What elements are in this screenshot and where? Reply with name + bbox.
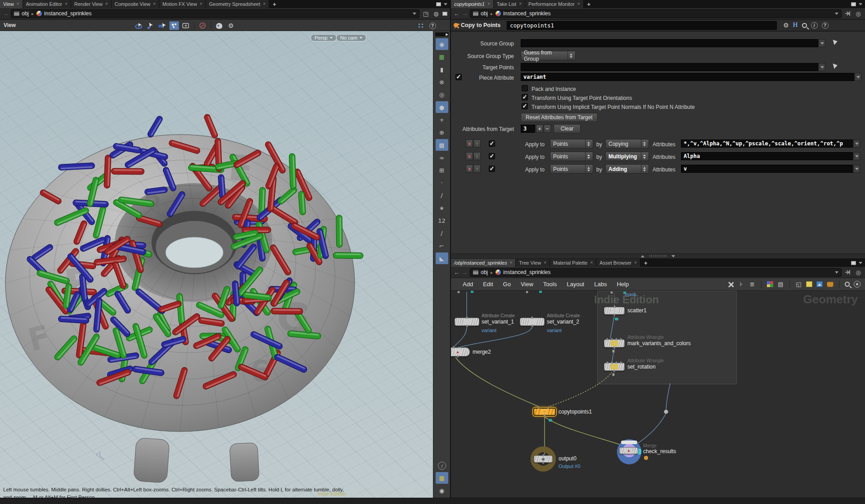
close-icon[interactable]: ×: [590, 261, 593, 265]
clear-button[interactable]: Clear: [554, 124, 581, 133]
node-tile[interactable]: ≈: [604, 363, 625, 371]
row-enable-checkbox[interactable]: ✓: [489, 140, 495, 147]
menu-tools[interactable]: Tools: [543, 281, 557, 288]
by-select[interactable]: Copying: [605, 139, 649, 148]
menu-edit[interactable]: Edit: [483, 281, 493, 288]
node-tile[interactable]: +: [455, 318, 479, 326]
breadcrumb-obj[interactable]: obj: [473, 10, 488, 17]
tab-animation-editor[interactable]: Animation Editor×: [23, 0, 72, 8]
node-tile[interactable]: ▲: [619, 447, 638, 454]
tab-copytopoints1[interactable]: copytopoints1×: [451, 0, 494, 8]
row-enable-checkbox[interactable]: ✓: [489, 153, 495, 159]
node-tile[interactable]: +: [520, 318, 545, 326]
follow-selection-icon[interactable]: ◎: [854, 268, 862, 276]
node-tile[interactable]: ≈: [604, 339, 625, 347]
perspective-selector[interactable]: Persp: [311, 34, 337, 41]
tab-asset-browser[interactable]: Asset Browser×: [596, 259, 640, 267]
target-points-menu[interactable]: [819, 63, 825, 71]
apply-to-select[interactable]: Points: [550, 164, 593, 174]
asset-gallery-icon[interactable]: [827, 282, 833, 287]
horizontal-splitter[interactable]: [451, 253, 865, 259]
delete-row-button[interactable]: x: [466, 152, 473, 160]
close-icon[interactable]: ×: [105, 2, 108, 6]
viewport-tool-icon[interactable]: ▮: [436, 63, 448, 75]
node-tile[interactable]: ◉: [534, 455, 553, 463]
menu-labs[interactable]: Labs: [594, 281, 607, 288]
viewport-tool-icon[interactable]: ◣: [436, 252, 448, 264]
tab-material-palette[interactable]: Material Palette×: [550, 259, 596, 267]
viewport-tool-icon[interactable]: ⊗: [436, 76, 448, 88]
search-icon[interactable]: [845, 282, 850, 287]
move-tool-icon[interactable]: [158, 21, 167, 30]
breadcrumb[interactable]: obj ▸ instanced_sprinkles: [470, 268, 842, 277]
palette-icon[interactable]: [767, 281, 773, 287]
back-icon[interactable]: ←: [454, 270, 460, 275]
menu-go[interactable]: Go: [503, 281, 511, 288]
viewport-tool-icon[interactable]: ▩: [436, 139, 448, 151]
tab-motion-fx-view[interactable]: Motion FX View×: [159, 0, 206, 8]
path-dropdown-icon[interactable]: [413, 13, 416, 15]
pane-maximize-icon[interactable]: [851, 261, 856, 265]
viewport-tool-icon[interactable]: ⌐: [436, 240, 448, 252]
pack-and-instance-checkbox[interactable]: ✓: [522, 85, 528, 91]
network-graph[interactable]: Geometry Indie Edition: [451, 291, 865, 498]
splitter-down-icon[interactable]: [671, 255, 675, 257]
piece-attribute-input[interactable]: variant: [521, 73, 854, 81]
viewport-tool-icon[interactable]: ∞: [436, 152, 448, 163]
forward-icon[interactable]: →: [462, 270, 468, 275]
render-region-icon[interactable]: [214, 21, 224, 30]
new-tab-button[interactable]: +: [584, 0, 595, 8]
source-group-menu[interactable]: [819, 39, 825, 47]
menu-help[interactable]: Help: [617, 281, 629, 288]
menu-layout[interactable]: Layout: [567, 281, 584, 288]
attributes-menu[interactable]: [853, 165, 860, 173]
by-select[interactable]: Multiplying: [605, 152, 649, 161]
attributes-menu[interactable]: [853, 140, 860, 148]
attributes-input[interactable]: v: [681, 165, 853, 173]
piece-attribute-toggle[interactable]: ✓: [455, 74, 462, 80]
insert-row-button[interactable]: ↑: [473, 165, 481, 173]
piece-attribute-menu[interactable]: [855, 73, 861, 81]
pane-menu-icon[interactable]: [859, 262, 862, 264]
box-zoom-icon[interactable]: [181, 21, 191, 30]
source-group-input[interactable]: [521, 39, 818, 47]
viewport-tool-icon[interactable]: ▦: [436, 472, 448, 484]
viewport-tool-icon[interactable]: ∕: [436, 227, 448, 239]
tab-composite-view[interactable]: Composite View×: [112, 0, 159, 8]
node-tile[interactable]: ⁖: [604, 307, 625, 315]
attributes-menu[interactable]: [853, 152, 860, 160]
transform-orientations-checkbox[interactable]: ✓: [522, 94, 528, 100]
back-icon[interactable]: ←: [454, 11, 460, 17]
close-icon[interactable]: ×: [519, 2, 522, 6]
remove-attribute-button[interactable]: −: [544, 125, 551, 133]
snap-points-icon[interactable]: [169, 21, 179, 30]
gear-icon[interactable]: ⚙: [783, 22, 789, 29]
tools-icon[interactable]: [727, 281, 734, 288]
transform-implicit-checkbox[interactable]: ✓: [522, 103, 528, 109]
delete-row-button[interactable]: x: [466, 165, 473, 173]
network-box-icon[interactable]: ◱: [795, 281, 802, 288]
viewport-tool-icon[interactable]: ◎: [436, 89, 448, 100]
info-icon[interactable]: i: [811, 22, 818, 29]
follow-selection-icon[interactable]: ◎: [854, 9, 862, 18]
select-points-arrow-icon[interactable]: [833, 63, 838, 69]
viewport-tool-icon[interactable]: i: [438, 462, 446, 470]
node-tile[interactable]: ▲: [451, 347, 470, 356]
by-select[interactable]: Adding: [605, 164, 649, 174]
menu-add[interactable]: Add: [463, 281, 473, 288]
breadcrumb-node[interactable]: instanced_sprinkles: [496, 269, 550, 275]
close-icon[interactable]: ×: [634, 261, 637, 265]
close-icon[interactable]: ×: [153, 2, 156, 6]
close-icon[interactable]: ×: [509, 261, 512, 265]
node-name-field[interactable]: copytopoints1: [507, 21, 777, 30]
close-icon[interactable]: ×: [17, 2, 19, 6]
pane-maximize-icon[interactable]: [436, 2, 441, 6]
delete-row-button[interactable]: x: [466, 140, 473, 148]
insert-row-button[interactable]: ↑: [473, 140, 481, 148]
background-image-icon[interactable]: [816, 281, 823, 287]
add-attribute-button[interactable]: +: [536, 125, 543, 133]
list-icon[interactable]: ≣: [749, 281, 756, 288]
viewport-tool-icon[interactable]: ●: [436, 101, 448, 113]
tab-network-path[interactable]: /obj/instanced_sprinkles×: [451, 259, 516, 267]
viewport-tool-icon[interactable]: ∗: [436, 202, 448, 214]
